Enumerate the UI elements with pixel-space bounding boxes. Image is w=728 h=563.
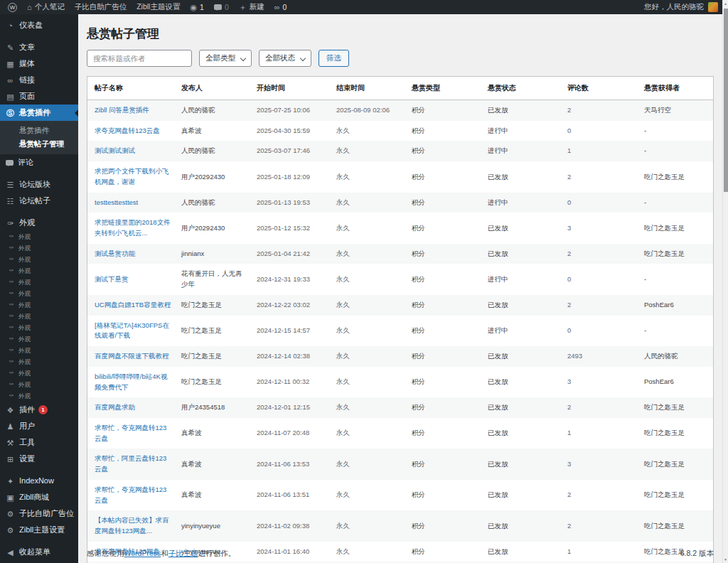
sidebar-subitem-appearance[interactable]: ✑外观 [0, 231, 78, 242]
cell-status: 已发放 [481, 295, 560, 316]
cell-date: 2025-03-07 17:46 [250, 141, 329, 161]
post-title-link[interactable]: 百度网盘不限速下载教程 [95, 352, 169, 360]
sidebar-item-comments[interactable]: 评论 [0, 154, 78, 171]
sidebar-item-forum-sections[interactable]: ☰论坛版块 [0, 176, 78, 193]
cell-post-title: Zibll 问答悬赏插件 [87, 100, 174, 121]
sidebar-item-indexnow[interactable]: ✦IndexNow [0, 473, 78, 489]
cell-publisher: yinyinyueyue [174, 510, 250, 541]
sidebar-item-zibll-theme[interactable]: ⚙Zibll主题设置 [0, 522, 78, 538]
vertical-scrollbar[interactable]: ▲ ▼ [722, 0, 728, 563]
footer: 感谢您使用WordPress和子比主题进行创作。 6.8.2 版本 [87, 549, 714, 559]
sidebar-item-posts[interactable]: ✎文章 [0, 39, 78, 55]
sidebar-subitem-appearance[interactable]: ✑外观 [0, 288, 78, 299]
post-title-link[interactable]: UC网盘白嫖1TB容量教程 [95, 301, 171, 309]
sidebar-subitem-appearance[interactable]: ✑外观 [0, 379, 78, 390]
filter-button[interactable]: 筛选 [318, 50, 349, 67]
sidebar-subitem-appearance[interactable]: ✑外观 [0, 345, 78, 356]
sidebar-item-links[interactable]: ∞链接 [0, 72, 78, 88]
cell-publisher: 花有重开日，人无再少年 [174, 264, 250, 294]
wp-logo-menu[interactable]: W [3, 0, 22, 14]
sidebar-subitem-appearance[interactable]: ✑外观 [0, 356, 78, 368]
post-title-link[interactable]: 求帮忙，夸克网盘转123云盘 [95, 424, 166, 442]
sidebar-item-settings[interactable]: ⊞设置 [0, 451, 78, 467]
sidebar-item-pages[interactable]: ▤页面 [0, 88, 78, 104]
cell-winner: - [637, 121, 713, 141]
table-row: 测试测试测试人民的骆驼2025-03-07 17:46永久积分进行中1- [87, 141, 713, 161]
post-title-link[interactable]: 测试悬赏功能 [95, 250, 135, 257]
type-select[interactable]: 全部类型 [199, 50, 252, 67]
adminbar-item-zibll-theme[interactable]: Zibll主题设置 [132, 0, 185, 14]
sidebar-item-zibi-ad[interactable]: ⚙子比自助广告位 [0, 505, 78, 522]
post-title-link[interactable]: 百度网盘求助 [95, 403, 135, 411]
sidebar-subitem-appearance[interactable]: ✑外观 [0, 333, 78, 345]
sidebar-subitem-appearance[interactable]: ✑外观 [0, 242, 78, 254]
post-title-link[interactable]: 测试下悬赏 [95, 275, 129, 283]
cell-status: 进行中 [481, 316, 560, 346]
sidebar-subitem-appearance[interactable]: ✑外观 [0, 322, 78, 333]
post-title-link[interactable]: [格林笔记TA]4K30FPS在线观看/下载 [95, 321, 169, 340]
sidebar-item-label: 用户 [19, 422, 35, 431]
post-title-link[interactable]: 求把链接里面的2018文件夹转到小飞机云... [95, 218, 171, 237]
cell-winner: 吃门之匙玉足 [637, 510, 713, 541]
user-greeting[interactable]: 您好，人民的骆驼 [644, 2, 704, 12]
submenu-item[interactable]: 悬赏帖子管理 [0, 137, 78, 151]
subitem-label: 外观 [18, 255, 31, 264]
comments-counter[interactable]: 0 [209, 0, 234, 14]
post-title-link[interactable]: 求帮忙，阿里云盘转123云盘 [95, 454, 166, 473]
sidebar-item-tools[interactable]: ⚒工具 [0, 434, 78, 451]
scroll-up-arrow[interactable]: ▲ [723, 0, 728, 7]
forum-posts-icon: ☷ [6, 197, 15, 205]
theme-link[interactable]: 子比主题 [168, 549, 198, 557]
sidebar-item-bounty-plugin[interactable]: Ⓢ悬赏插件 [0, 104, 78, 121]
new-content-menu[interactable]: ＋ 新建 [234, 0, 269, 14]
site-name-link[interactable]: ⌂ 个人笔记 [22, 0, 70, 14]
sidebar-item-users[interactable]: ♟用户 [0, 418, 78, 434]
post-title-link[interactable]: Zibll 问答悬赏插件 [95, 106, 149, 114]
cell-count: 3 [560, 449, 637, 479]
sidebar-subitem-appearance[interactable]: ✑外观 [0, 254, 78, 265]
sidebar-item-collapse[interactable]: ◀收起菜单 [0, 544, 78, 560]
submenu-item[interactable]: 悬赏插件 [0, 124, 78, 137]
sidebar-subitem-appearance[interactable]: ✑外观 [0, 265, 78, 277]
user-avatar[interactable] [708, 2, 718, 12]
post-title-link[interactable]: 【本帖内容已失效】求百度网盘转123网盘... [95, 516, 169, 535]
scroll-down-arrow[interactable]: ▼ [723, 556, 728, 563]
scrollbar-thumb[interactable] [724, 9, 728, 192]
view-counter[interactable]: ◉ 1 [185, 0, 208, 14]
post-title-link[interactable]: testtesttesttest [95, 198, 138, 206]
cell-date: 永久 [329, 346, 405, 367]
link-counter[interactable]: ∞ 0 [269, 0, 292, 14]
subitem-label: 外观 [18, 323, 31, 332]
sidebar-subitem-appearance[interactable]: ✑外观 [0, 390, 78, 402]
cell-date: 永久 [329, 264, 405, 294]
cell-type: 积分 [405, 295, 481, 316]
sidebar-subitem-appearance[interactable]: ✑外观 [0, 277, 78, 288]
adminbar-item-label: 子比自助广告位 [75, 2, 127, 12]
cell-winner: - [637, 141, 713, 161]
wordpress-link[interactable]: WordPress [124, 549, 161, 557]
post-title-link[interactable]: bilibili/哔哩哔哩/b站4K视频免费代下 [95, 372, 167, 391]
cell-winner: 吃门之匙玉足 [637, 161, 713, 192]
adminbar-item-zibi-ad[interactable]: 子比自助广告位 [70, 0, 132, 14]
cell-date: 永久 [329, 213, 405, 243]
status-select-value: 全部状态 [265, 53, 295, 63]
sidebar-subitem-appearance[interactable]: ✑外观 [0, 311, 78, 322]
table-row: 【本帖内容已失效】求百度网盘转123网盘...yinyinyueyue2024-… [87, 510, 713, 541]
cell-date: 永久 [329, 161, 405, 192]
post-title-link[interactable]: 测试测试测试 [95, 146, 135, 154]
sidebar-subitem-appearance[interactable]: ✑外观 [0, 299, 78, 311]
post-title-link[interactable]: 求帮忙，夸克网盘转123云盘 [95, 486, 166, 504]
cell-winner: - [637, 264, 713, 294]
cell-date: 永久 [329, 193, 405, 213]
sidebar-item-plugins[interactable]: ❖插件1 [0, 402, 78, 418]
post-title-link[interactable]: 求把两个文件下载到小飞机网盘，谢谢 [95, 167, 169, 186]
sidebar-item-appearance[interactable]: ✑外观 [0, 215, 78, 231]
sidebar-item-zibll-shop[interactable]: ▣Zibll商城 [0, 489, 78, 505]
sidebar-item-media[interactable]: ▦媒体 [0, 55, 78, 72]
sidebar-subitem-appearance[interactable]: ✑外观 [0, 368, 78, 379]
status-select[interactable]: 全部状态 [259, 50, 311, 67]
sidebar-item-dashboard[interactable]: ◔仪表盘 [0, 17, 78, 33]
search-input[interactable] [87, 50, 192, 67]
sidebar-item-forum-posts[interactable]: ☷论坛帖子 [0, 193, 78, 209]
post-title-link[interactable]: 求夸克网盘转123云盘 [95, 127, 160, 134]
